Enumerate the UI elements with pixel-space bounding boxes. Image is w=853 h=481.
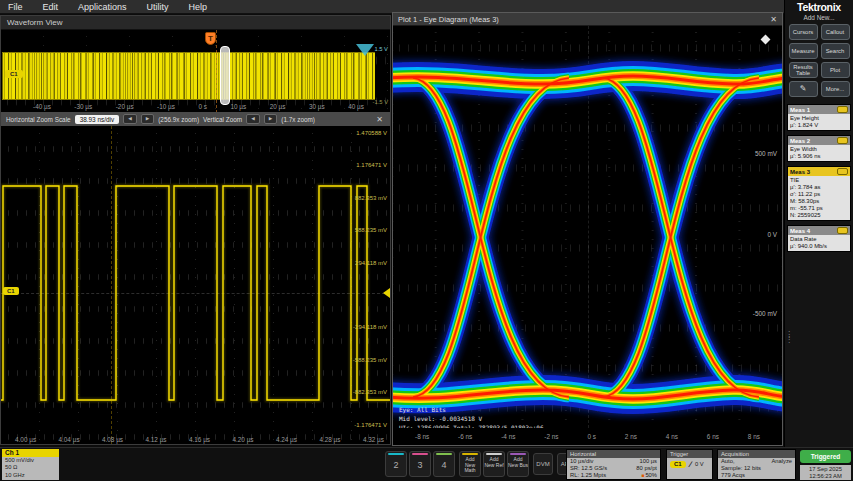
horizontal-scale: 10 µs/div	[570, 458, 593, 465]
eye-y-label: 0 V	[767, 231, 777, 238]
menu-item-file[interactable]: File	[8, 2, 23, 12]
horizontal-duration: 100 µs	[639, 458, 657, 465]
sidebar-button-measure[interactable]: Measure	[789, 43, 818, 59]
eye-y-label: 500 mV	[755, 150, 777, 157]
sidebar-button-plot[interactable]: Plot	[821, 62, 850, 78]
sidebar-button-results-table[interactable]: Results Table	[789, 62, 818, 78]
eye-diagram-plot[interactable]: Eye: All Bits Mid level: -0.0034518 V UI…	[393, 26, 782, 428]
zoom-x-label: 4.00 µs	[15, 436, 36, 443]
meas-nav-icon[interactable]	[837, 227, 848, 234]
acquisition-analyze: Analyze	[771, 458, 792, 465]
add-new-button-label: Add New Ref	[484, 457, 504, 468]
h-zoom-scale-value[interactable]: 38.93 ns/div	[75, 115, 119, 124]
date: 17 Sep 2025	[800, 466, 851, 473]
sidebar-button-search[interactable]: Search	[821, 43, 850, 59]
meas-badge-meas1[interactable]: Meas 1Eye Heightµ': 1.824 V	[787, 104, 851, 131]
channel-setting-line: 50 Ω	[5, 464, 56, 471]
button-color-stripe	[462, 453, 478, 455]
trigger-position-marker[interactable]: T	[205, 32, 216, 45]
meas-badge-body: Eye Widthµ': 5.906 ns	[788, 145, 850, 161]
record-length: RL: 1.25 Mpts	[570, 472, 606, 479]
h-zoom-decrease-button[interactable]: ◀	[123, 114, 137, 124]
meas-badge-body: Eye Heightµ': 1.824 V	[788, 114, 850, 130]
meas-badge-meas3[interactable]: Meas 3TIEµ': 3.784 asσ': 11.22 psM: 58.3…	[787, 166, 851, 221]
channel-1-waveform-handle[interactable]: C1	[3, 287, 19, 295]
menu-item-utility[interactable]: Utility	[147, 2, 169, 12]
v-zoom-decrease-button[interactable]: ◀	[246, 114, 260, 124]
meas-badge-header: Meas 4	[788, 226, 850, 235]
overview-x-label: 10 µs	[230, 103, 246, 112]
zoom-y-label: 294.118 mV	[355, 260, 387, 266]
trigger-status-button[interactable]: Triggered	[800, 450, 851, 463]
trigger-panel[interactable]: Trigger C1 ∕ 0 V	[666, 449, 713, 480]
add-new-label: Add New...	[785, 14, 853, 21]
horizontal-panel[interactable]: Horizontal 10 µs/div 100 µs SR: 12.5 GS/…	[566, 449, 661, 480]
zoom-y-label: 1.176471 V	[356, 162, 387, 168]
trigger-source-badge[interactable]: C1	[670, 461, 686, 468]
zoom-x-label: 4.32 µs	[363, 436, 384, 443]
zoomed-waveform-plot[interactable]: C1 4.00 µs4.04 µs4.08 µs4.12 µs4.16 µs4.…	[1, 126, 390, 444]
channel-button-3[interactable]: 3	[409, 451, 431, 477]
sidebar-button-callout[interactable]: Callout	[821, 24, 850, 40]
add-new-button-label: Add New Math	[460, 457, 480, 474]
channel-setting-line: 10 GHz	[5, 472, 56, 479]
menu-item-applications[interactable]: Applications	[78, 2, 127, 12]
channel-color-stripe	[436, 453, 452, 455]
waveform-view-title: Waveform View	[1, 16, 390, 30]
channel-number: 4	[434, 460, 454, 470]
rising-edge-icon: ∕	[690, 461, 691, 468]
channel-button-2[interactable]: 2	[385, 451, 407, 477]
pencil-icon[interactable]: ✎	[789, 81, 818, 97]
eye-diagram-title-bar[interactable]: Plot 1 - Eye Diagram (Meas 3) ✕	[393, 13, 782, 26]
eye-x-label: 4 ns	[666, 433, 678, 440]
eye-annotation-bits: Eye: All Bits	[399, 406, 446, 413]
zoom-window-handle[interactable]	[220, 46, 230, 105]
meas-result-line: m: -55.71 ps	[790, 205, 848, 212]
meas-badge-body: Data Rateµ': 940.0 Mb/s	[788, 235, 850, 251]
meas-badge-meas2[interactable]: Meas 2Eye Widthµ': 5.906 ns	[787, 135, 851, 162]
meas-badge-header: Meas 1	[788, 105, 850, 114]
sidebar-button-more[interactable]: More...	[821, 81, 850, 97]
acquisition-panel[interactable]: Acquisition Auto, Analyze Sample: 12 bit…	[717, 449, 796, 480]
menu-item-help[interactable]: Help	[189, 2, 208, 12]
trigger-position-line	[216, 30, 217, 113]
add-new-button-bus[interactable]: Add New Bus	[507, 451, 529, 477]
overview-plot[interactable]: T C1 1.5 V -1.5 V -40 µs-30 µs-20 µs-10 …	[1, 30, 390, 113]
channel-setting-line: 500 mV/div	[5, 457, 56, 464]
meas-badge-meas4[interactable]: Meas 4Data Rateµ': 940.0 Mb/s	[787, 225, 851, 252]
eye-x-label: 8 ns	[748, 433, 760, 440]
zoom-bar-close-button[interactable]: ✕	[376, 115, 385, 124]
trigger-level-icon[interactable]	[356, 44, 374, 56]
channel-button-4[interactable]: 4	[433, 451, 455, 477]
channel-1-name: Ch 1	[2, 449, 59, 457]
h-zoom-scale-label: Horizontal Zoom Scale	[6, 116, 71, 123]
h-zoom-increase-button[interactable]: ▶	[141, 114, 155, 124]
channel-1-overview-badge[interactable]: C1	[5, 70, 23, 78]
meas-result-line: µ': 1.824 V	[790, 122, 848, 129]
zoom-y-label: 882.353 mV	[355, 195, 387, 201]
eye-diagram-heatmap	[393, 26, 782, 428]
overview-x-label: 40 µs	[348, 103, 364, 112]
add-new-button-ref[interactable]: Add New Ref	[483, 451, 505, 477]
add-new-button-math[interactable]: Add New Math	[459, 451, 481, 477]
sidebar-button-cursors[interactable]: Cursors	[789, 24, 818, 40]
v-zoom-increase-button[interactable]: ▶	[264, 114, 278, 124]
overview-waveform	[2, 52, 375, 100]
menu-item-edit[interactable]: Edit	[43, 2, 59, 12]
eye-diagram-window: Plot 1 - Eye Diagram (Meas 3) ✕ Eye: All…	[392, 12, 783, 446]
meas-nav-icon[interactable]	[837, 137, 848, 144]
eye-diagram-close-button[interactable]: ✕	[770, 15, 777, 24]
zoom-x-label: 4.08 µs	[102, 436, 123, 443]
meas-nav-icon[interactable]	[837, 106, 848, 113]
oscilloscope-app: FileEditApplicationsUtilityHelp Waveform…	[0, 0, 853, 481]
horizontal-position: 50%	[645, 472, 657, 478]
overview-x-label: -10 µs	[157, 103, 175, 112]
tool-button-dvm[interactable]: DVM	[533, 453, 553, 475]
sample-rate: SR: 12.5 GS/s	[570, 465, 607, 472]
meas-nav-icon[interactable]	[837, 168, 848, 175]
channel-number: 3	[410, 460, 430, 470]
sidebar-grip[interactable]: ⋮⋮	[785, 332, 793, 342]
channel-1-badge[interactable]: Ch 1500 mV/div50 Ω10 GHz	[2, 449, 59, 480]
meas-result-line: Data Rate	[790, 236, 848, 243]
eye-x-label: 2 ns	[625, 433, 637, 440]
